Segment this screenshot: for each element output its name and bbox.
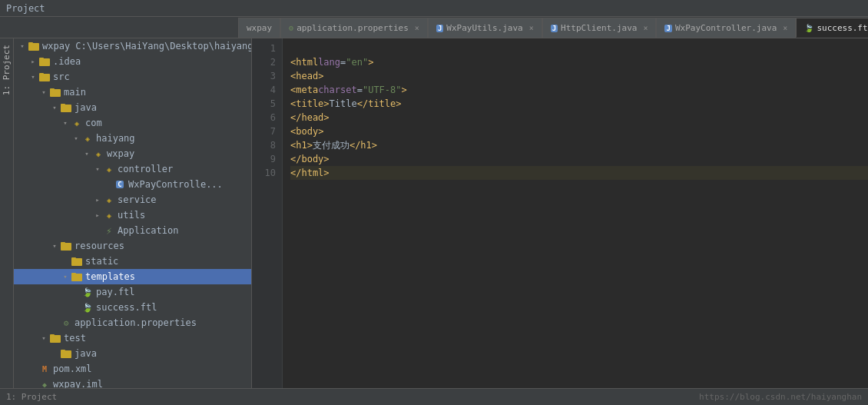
code-line-2[interactable]: <html lang="en"> — [290, 55, 868, 69]
svg-rect-5 — [39, 73, 44, 75]
code-editor[interactable]: <html lang="en"> <head> <meta charset="U… — [283, 38, 868, 388]
side-panel: 1: Project — [0, 38, 14, 388]
sidebar-item-Application[interactable]: ⚡Application — [14, 223, 251, 238]
sidebar-item-test[interactable]: ▾test — [14, 330, 251, 346]
label-java: java — [75, 102, 97, 113]
code-line-6[interactable]: </head> — [290, 111, 868, 124]
code-line-10[interactable]: </html> — [290, 166, 868, 180]
arrow-controller: ▾ — [92, 165, 103, 173]
sidebar-item-static[interactable]: static — [14, 254, 251, 269]
arrow-com: ▾ — [60, 119, 71, 127]
project-sidebar: ▾wxpay C:\Users\HaiYang\Desktop\haiyang▸… — [14, 38, 252, 388]
label-pay.ftl: pay.ftl — [96, 287, 135, 297]
sidebar-item-src[interactable]: ▾src — [14, 69, 251, 85]
code-line-1[interactable] — [290, 41, 868, 55]
code-line-7[interactable]: <body> — [290, 124, 868, 138]
sidebar-item-idea[interactable]: ▸.idea — [14, 54, 251, 69]
sidebar-item-pom.xml[interactable]: Mpom.xml — [14, 361, 251, 377]
code-line-4[interactable]: <meta charset="UTF-8"> — [290, 83, 868, 97]
label-com: com — [85, 118, 102, 128]
label-WxPayController: WxPayControlle... — [128, 179, 223, 190]
icon-resources — [60, 240, 72, 252]
line-num-9: 9 — [252, 152, 282, 166]
arrow-main: ▾ — [38, 88, 49, 96]
icon-utils: ◈ — [103, 209, 115, 221]
icon-pom.xml: M — [38, 363, 51, 375]
svg-rect-17 — [50, 334, 55, 337]
svg-rect-13 — [71, 257, 76, 260]
svg-rect-1 — [28, 42, 33, 45]
code-line-8[interactable]: <h1>支付成功</h1> — [290, 138, 868, 152]
code-line-9[interactable]: </body> — [290, 152, 868, 166]
line-num-8: 8 — [252, 138, 282, 152]
arrow-java: ▾ — [49, 104, 60, 111]
sidebar-item-service[interactable]: ▸◈service — [14, 192, 251, 207]
label-main: main — [64, 87, 86, 98]
sidebar-item-java[interactable]: ▾java — [14, 100, 251, 115]
arrow-idea: ▸ — [28, 58, 38, 65]
arrow-haiyang: ▾ — [71, 134, 81, 142]
icon-Application: ⚡ — [103, 224, 115, 237]
arrow-templates: ▾ — [60, 273, 71, 281]
sidebar-item-resources[interactable]: ▾resources — [14, 238, 251, 254]
sidebar-item-wxpay-pkg[interactable]: ▾◈wxpay — [14, 146, 251, 161]
side-panel-label[interactable]: 1: Project — [2, 41, 12, 98]
sidebar-item-application.properties[interactable]: ⚙application.properties — [14, 315, 251, 330]
sidebar-item-wxpay.iml[interactable]: ◆wxpay.iml — [14, 377, 251, 388]
label-haiyang: haiyang — [96, 133, 135, 144]
sidebar-item-success.ftl[interactable]: 🍃success.ftl — [14, 300, 251, 315]
sidebar-item-WxPayController[interactable]: CWxPayControlle... — [14, 177, 251, 192]
tab-WxPayUtils.java[interactable]: J WxPayUtils.java× — [428, 18, 542, 38]
sidebar-item-haiyang[interactable]: ▾◈haiyang — [14, 131, 251, 146]
svg-rect-11 — [61, 242, 65, 244]
label-idea: .idea — [53, 56, 81, 67]
sidebar-item-main[interactable]: ▾main — [14, 85, 251, 100]
label-utils: utils — [118, 210, 145, 221]
icon-static — [71, 255, 83, 267]
code-line-3[interactable]: <head> — [290, 69, 868, 83]
label-application.properties: application.properties — [75, 317, 197, 328]
icon-wxpay.iml: ◆ — [38, 378, 51, 388]
label-pom.xml: pom.xml — [53, 364, 92, 374]
sidebar-item-wxpay-root[interactable]: ▾wxpay C:\Users\HaiYang\Desktop\haiyang — [14, 38, 251, 54]
tab-close-WxPayController.java[interactable]: × — [783, 24, 787, 32]
icon-success.ftl: 🍃 — [81, 301, 94, 314]
line-num-10: 10 — [252, 166, 282, 180]
watermark: https://blog.csdn.net/haiyanghan — [699, 392, 862, 402]
code-line-5[interactable]: <title>Title</title> — [290, 97, 868, 111]
icon-controller: ◈ — [103, 163, 115, 175]
icon-idea — [38, 55, 51, 68]
tab-close-WxPayUtils.java[interactable]: × — [529, 24, 534, 32]
sidebar-item-pay.ftl[interactable]: 🍃pay.ftl — [14, 284, 251, 300]
line-numbers: 12345678910 — [252, 38, 283, 388]
icon-test — [49, 332, 61, 344]
tab-bar: wxpay⚙ application.properties×J WxPayUti… — [0, 17, 868, 38]
icon-service: ◈ — [103, 194, 115, 206]
sidebar-item-templates[interactable]: ▾templates — [14, 269, 251, 284]
line-num-2: 2 — [252, 55, 282, 69]
line-num-5: 5 — [252, 97, 282, 111]
tab-close-HttpClient.java[interactable]: × — [643, 24, 648, 32]
tab-success.ftl[interactable]: 🍃 success.ftl× — [796, 18, 868, 38]
label-wxpay-root: wxpay C:\Users\HaiYang\Desktop\haiyang — [42, 41, 252, 51]
title-bar: Project — [0, 0, 868, 17]
line-num-6: 6 — [252, 111, 282, 124]
status-bar: 1: Project https://blog.csdn.net/haiyang… — [0, 388, 868, 405]
arrow-wxpay-pkg: ▾ — [81, 150, 92, 158]
tab-HttpClient.java[interactable]: J HttpClient.java× — [542, 18, 657, 38]
icon-src — [38, 71, 51, 83]
label-test-java: java — [75, 348, 97, 359]
icon-WxPayController: C — [114, 178, 126, 191]
tab-WxPayController.java[interactable]: J WxPayController.java× — [656, 18, 796, 38]
sidebar-item-controller[interactable]: ▾◈controller — [14, 161, 251, 177]
sidebar-item-com[interactable]: ▾◈com — [14, 115, 251, 131]
arrow-wxpay-root: ▾ — [17, 42, 28, 50]
tab-wxpay[interactable]: wxpay — [238, 18, 280, 38]
arrow-src: ▾ — [28, 73, 38, 81]
tab-application.properties[interactable]: ⚙ application.properties× — [280, 18, 428, 38]
icon-java — [60, 101, 72, 114]
sidebar-item-utils[interactable]: ▸◈utils — [14, 207, 251, 223]
icon-templates — [71, 271, 83, 283]
sidebar-item-test-java[interactable]: java — [14, 346, 251, 361]
tab-close-application.properties[interactable]: × — [415, 24, 419, 32]
